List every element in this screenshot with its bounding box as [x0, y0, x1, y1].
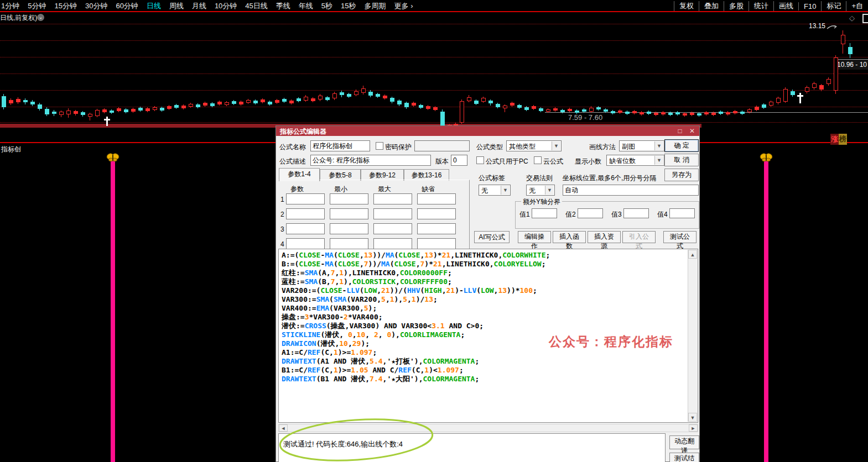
period-menu-item[interactable]: 年线	[299, 1, 313, 11]
chevron-down-icon[interactable]: ▼	[501, 186, 510, 195]
vertical-scrollbar[interactable]: ▲ ▼	[688, 250, 697, 422]
tool-menu-item[interactable]: 复权	[674, 1, 699, 11]
tool-menu-item[interactable]: 多股	[724, 1, 749, 11]
toolbar-button[interactable]: 插入函数	[553, 231, 586, 243]
period-menu-item[interactable]: 多周期	[365, 1, 386, 11]
tool-menu-item[interactable]: 叠加	[699, 1, 724, 11]
period-menu-item[interactable]: 月线	[192, 1, 206, 11]
param-input[interactable]	[417, 208, 456, 219]
gridline	[0, 40, 868, 41]
param-row-number: 2	[280, 211, 284, 218]
dialog-titlebar[interactable]: 指标公式编辑器 □ ✕	[276, 126, 699, 136]
toolbar-button[interactable]: 引入公式	[622, 231, 656, 243]
chevron-down-icon[interactable]: ⌄	[37, 14, 44, 21]
period-menu-item[interactable]: 周线	[169, 1, 184, 11]
draw-method-select[interactable]: 副图 ▼	[619, 140, 664, 151]
axis-pos-input[interactable]	[563, 185, 699, 196]
horizontal-scrollbar[interactable]: ◄ ►	[278, 424, 698, 432]
formula-name-input[interactable]	[310, 140, 370, 151]
period-menu-item[interactable]: 45日线	[245, 1, 267, 11]
pc-only-checkbox[interactable]	[476, 156, 484, 164]
tool-menu-item[interactable]: F10	[798, 2, 821, 11]
save-as-button[interactable]: 另存为	[664, 169, 699, 181]
limit-up-badge[interactable]: 涨 榜	[830, 134, 847, 145]
param-input[interactable]	[373, 238, 412, 249]
param-tab[interactable]: 参数5-8	[320, 169, 361, 181]
formula-code-editor[interactable]: A:=(CLOSE-MA(CLOSE,13))/MA(CLOSE,13)*21,…	[278, 249, 698, 423]
param-row-number: 3	[280, 225, 284, 233]
diamond-icon[interactable]: ◇	[849, 14, 855, 22]
chevron-down-icon[interactable]: ▼	[654, 141, 663, 150]
yaxis-value-input[interactable]	[532, 208, 557, 218]
yaxis-value-input[interactable]	[669, 208, 695, 218]
toolbar-button[interactable]: AI写公式	[474, 231, 510, 243]
param-input[interactable]	[286, 208, 325, 219]
period-menu-item[interactable]: 60分钟	[116, 1, 138, 11]
param-tab[interactable]: 参数13-16	[404, 169, 449, 181]
param-input[interactable]	[373, 193, 412, 204]
param-input[interactable]	[330, 238, 368, 249]
param-input[interactable]	[330, 208, 368, 219]
param-tab[interactable]: 参数9-12	[361, 169, 404, 181]
param-input[interactable]	[417, 193, 456, 204]
draw-method-value: 副图	[622, 142, 635, 151]
trade-rule-select[interactable]: 无 ▼	[526, 185, 555, 196]
period-menu-item[interactable]: 5秒	[321, 1, 332, 11]
period-menu: 1分钟5分钟15分钟30分钟60分钟日线周线月线10分钟45日线季线年线5秒15…	[1, 1, 413, 11]
decimal-select[interactable]: 缺省位数 ▼	[606, 155, 664, 166]
param-input[interactable]	[286, 223, 325, 234]
period-menu-item[interactable]: 15秒	[341, 1, 356, 11]
param-input[interactable]	[373, 208, 412, 219]
scroll-down-icon[interactable]: ▼	[688, 413, 697, 422]
toolbar-button[interactable]: 测试公式	[663, 231, 697, 243]
period-menu-item[interactable]: 日线	[147, 1, 161, 11]
test-result-button[interactable]: 测试结果	[669, 453, 699, 462]
tool-menu-item[interactable]: 标记	[821, 1, 846, 11]
param-input[interactable]	[286, 193, 325, 204]
chevron-down-icon[interactable]: ▼	[552, 141, 560, 150]
toolbar-button[interactable]: 插入资源	[588, 231, 621, 243]
formula-desc-input[interactable]	[310, 155, 431, 166]
close-icon[interactable]: ✕	[687, 127, 697, 135]
param-input[interactable]	[330, 223, 368, 234]
cancel-button[interactable]: 取 消	[664, 154, 699, 166]
tool-menu-item[interactable]: 画线	[773, 1, 798, 11]
param-tab[interactable]: 参数1-4	[279, 168, 320, 181]
chevron-down-icon[interactable]: ▼	[654, 156, 663, 165]
toolbar-button[interactable]: 编辑操作	[518, 231, 551, 243]
version-input[interactable]	[451, 155, 467, 166]
indicator-panel-label[interactable]: 指标创	[1, 145, 21, 154]
period-menu-item[interactable]: 15分钟	[54, 1, 76, 11]
period-menu-item[interactable]: 更多 ›	[394, 1, 413, 11]
tool-menu-item[interactable]: 统计	[749, 1, 773, 11]
param-input[interactable]	[286, 238, 325, 249]
yaxis-value-input[interactable]	[623, 208, 649, 218]
maximize-icon[interactable]: □	[675, 127, 685, 135]
period-menu-item[interactable]: 1分钟	[1, 1, 19, 11]
scroll-up-icon[interactable]: ▲	[688, 250, 697, 259]
param-input[interactable]	[373, 223, 412, 234]
yaxis-value-input[interactable]	[578, 208, 603, 218]
param-input[interactable]	[417, 238, 456, 249]
yaxis-value-label: 值1	[519, 210, 530, 219]
scroll-left-icon[interactable]: ◄	[279, 424, 288, 432]
gridline	[0, 57, 868, 57]
param-row-number: 4	[280, 240, 284, 248]
param-input[interactable]	[417, 223, 456, 234]
cloud-formula-checkbox[interactable]	[534, 156, 542, 164]
password-protect-checkbox[interactable]	[376, 142, 383, 150]
yaxis-value-label: 值3	[611, 210, 622, 219]
scroll-right-icon[interactable]: ►	[689, 424, 698, 432]
period-menu-item[interactable]: 季线	[276, 1, 290, 11]
formula-tag-label: 公式标签	[479, 174, 505, 183]
formula-tag-select[interactable]: 无 ▼	[479, 185, 511, 196]
param-input[interactable]	[330, 193, 368, 204]
dynamic-translate-button[interactable]: 动态翻译	[669, 435, 699, 449]
formula-type-select[interactable]: 其他类型 ▼	[506, 140, 562, 151]
ok-button[interactable]: 确 定	[664, 139, 699, 152]
period-menu-item[interactable]: 5分钟	[28, 1, 46, 11]
tool-menu-item[interactable]: +自	[846, 1, 868, 11]
period-menu-item[interactable]: 30分钟	[85, 1, 107, 11]
period-menu-item[interactable]: 10分钟	[215, 1, 237, 11]
chevron-down-icon[interactable]: ▼	[545, 186, 554, 195]
